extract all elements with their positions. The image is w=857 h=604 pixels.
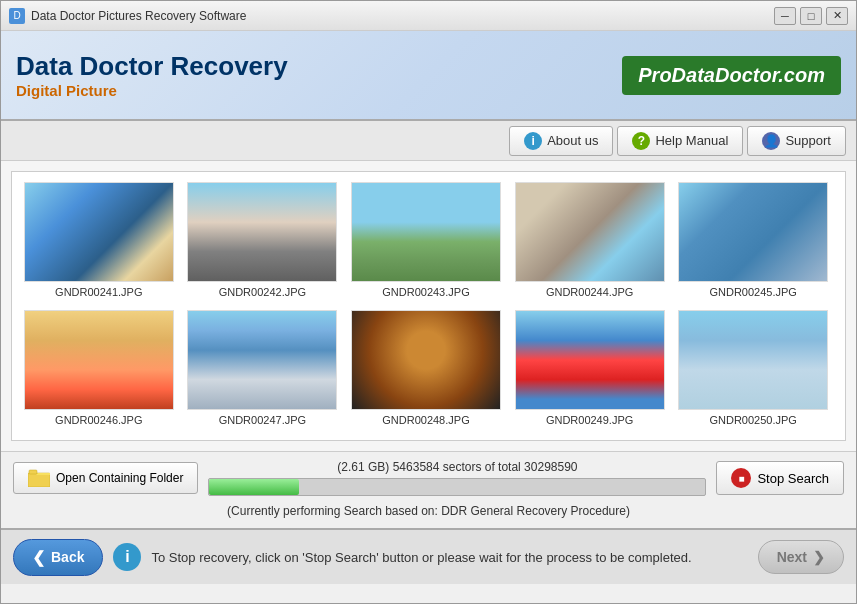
navbar: i About us ? Help Manual 👤 Support bbox=[1, 121, 856, 161]
footer-message: To Stop recovery, click on 'Stop Search'… bbox=[151, 550, 747, 565]
stop-search-label: Stop Search bbox=[757, 471, 829, 486]
list-item[interactable]: GNDR00247.JPG bbox=[186, 310, 340, 426]
open-folder-label: Open Containing Folder bbox=[56, 471, 183, 485]
logo-badge: ProDataDoctor.com bbox=[622, 56, 841, 95]
stop-search-button[interactable]: ■ Stop Search bbox=[716, 461, 844, 495]
image-thumbnail bbox=[678, 310, 828, 410]
list-item[interactable]: GNDR00249.JPG bbox=[513, 310, 667, 426]
header: Data Doctor Recovery Digital Picture Pro… bbox=[1, 31, 856, 121]
minimize-button[interactable]: ─ bbox=[774, 7, 796, 25]
title-bar-text: Data Doctor Pictures Recovery Software bbox=[31, 9, 774, 23]
title-bar: D Data Doctor Pictures Recovery Software… bbox=[1, 1, 856, 31]
image-thumbnail bbox=[678, 182, 828, 282]
support-icon: 👤 bbox=[762, 132, 780, 150]
svg-rect-1 bbox=[28, 473, 50, 487]
support-button[interactable]: 👤 Support bbox=[747, 126, 846, 156]
list-item[interactable]: GNDR00250.JPG bbox=[676, 310, 830, 426]
list-item[interactable]: GNDR00241.JPG bbox=[22, 182, 176, 298]
open-folder-button[interactable]: Open Containing Folder bbox=[13, 462, 198, 494]
image-thumbnail bbox=[351, 182, 501, 282]
help-manual-label: Help Manual bbox=[655, 133, 728, 148]
support-label: Support bbox=[785, 133, 831, 148]
image-filename: GNDR00244.JPG bbox=[546, 286, 633, 298]
image-filename: GNDR00241.JPG bbox=[55, 286, 142, 298]
footer-info-icon: i bbox=[113, 543, 141, 571]
app-title: Data Doctor Recovery bbox=[16, 51, 622, 82]
image-thumbnail bbox=[515, 310, 665, 410]
brand-section: Data Doctor Recovery Digital Picture bbox=[16, 51, 622, 99]
about-us-button[interactable]: i About us bbox=[509, 126, 613, 156]
list-item[interactable]: GNDR00245.JPG bbox=[676, 182, 830, 298]
image-filename: GNDR00246.JPG bbox=[55, 414, 142, 426]
status-row-1: Open Containing Folder (2.61 GB) 5463584… bbox=[13, 460, 844, 496]
help-icon: ? bbox=[632, 132, 650, 150]
stop-icon: ■ bbox=[731, 468, 751, 488]
list-item[interactable]: GNDR00244.JPG bbox=[513, 182, 667, 298]
image-thumbnail bbox=[24, 182, 174, 282]
progress-bar-fill bbox=[209, 479, 298, 495]
image-filename: GNDR00245.JPG bbox=[709, 286, 796, 298]
progress-label: (2.61 GB) 5463584 sectors of total 30298… bbox=[208, 460, 706, 474]
footer: ❮ Back i To Stop recovery, click on 'Sto… bbox=[1, 528, 856, 584]
title-bar-controls: ─ □ ✕ bbox=[774, 7, 848, 25]
back-chevron-icon: ❮ bbox=[32, 548, 45, 567]
folder-icon bbox=[28, 469, 50, 487]
image-thumbnail bbox=[515, 182, 665, 282]
next-chevron-icon: ❯ bbox=[813, 549, 825, 565]
image-filename: GNDR00243.JPG bbox=[382, 286, 469, 298]
image-thumbnail bbox=[187, 310, 337, 410]
image-grid: GNDR00241.JPGGNDR00242.JPGGNDR00243.JPGG… bbox=[22, 182, 835, 426]
back-label: Back bbox=[51, 549, 84, 565]
image-filename: GNDR00248.JPG bbox=[382, 414, 469, 426]
list-item[interactable]: GNDR00248.JPG bbox=[349, 310, 503, 426]
image-filename: GNDR00250.JPG bbox=[709, 414, 796, 426]
back-button[interactable]: ❮ Back bbox=[13, 539, 103, 576]
help-manual-button[interactable]: ? Help Manual bbox=[617, 126, 743, 156]
next-button[interactable]: Next ❯ bbox=[758, 540, 844, 574]
image-thumbnail bbox=[187, 182, 337, 282]
main-content: GNDR00241.JPGGNDR00242.JPGGNDR00243.JPGG… bbox=[1, 161, 856, 451]
status-message: (Currently performing Search based on: D… bbox=[13, 502, 844, 520]
app-icon: D bbox=[9, 8, 25, 24]
list-item[interactable]: GNDR00242.JPG bbox=[186, 182, 340, 298]
maximize-button[interactable]: □ bbox=[800, 7, 822, 25]
about-us-label: About us bbox=[547, 133, 598, 148]
image-filename: GNDR00249.JPG bbox=[546, 414, 633, 426]
app-subtitle: Digital Picture bbox=[16, 82, 622, 99]
next-label: Next bbox=[777, 549, 807, 565]
list-item[interactable]: GNDR00246.JPG bbox=[22, 310, 176, 426]
info-icon: i bbox=[524, 132, 542, 150]
image-thumbnail bbox=[24, 310, 174, 410]
list-item[interactable]: GNDR00243.JPG bbox=[349, 182, 503, 298]
image-grid-container[interactable]: GNDR00241.JPGGNDR00242.JPGGNDR00243.JPGG… bbox=[11, 171, 846, 441]
image-filename: GNDR00247.JPG bbox=[219, 414, 306, 426]
status-area: Open Containing Folder (2.61 GB) 5463584… bbox=[1, 451, 856, 528]
progress-bar-background bbox=[208, 478, 706, 496]
progress-section: (2.61 GB) 5463584 sectors of total 30298… bbox=[208, 460, 706, 496]
image-thumbnail bbox=[351, 310, 501, 410]
image-filename: GNDR00242.JPG bbox=[219, 286, 306, 298]
close-button[interactable]: ✕ bbox=[826, 7, 848, 25]
svg-rect-2 bbox=[29, 470, 37, 474]
